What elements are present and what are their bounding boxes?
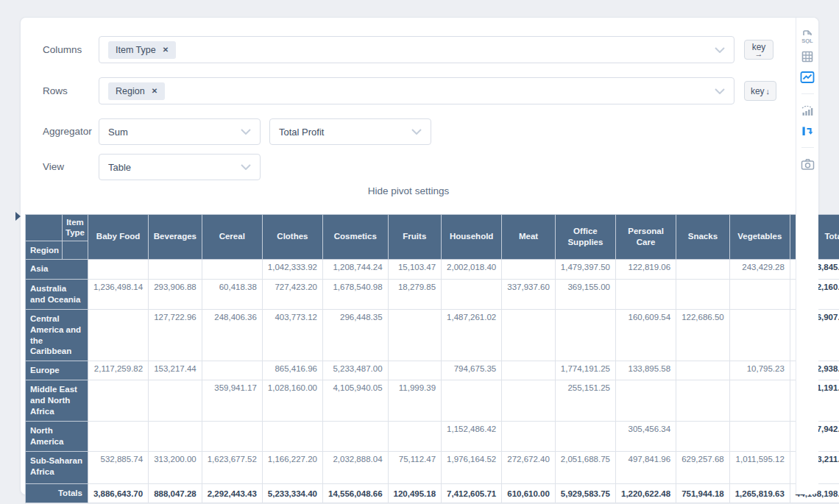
cell-value [202,259,262,279]
cell-value [88,422,148,452]
cell-value: 1,011,595.12 [729,452,790,484]
cell-value: 865,416.96 [262,361,322,380]
cell-value [676,279,730,309]
cell-value: 359,941.17 [202,380,262,422]
column-header: Baby Food [88,215,148,260]
cell-value: 122,819.06 [615,259,676,279]
row-header: Europe [26,361,88,380]
camera-snapshot-icon[interactable] [799,155,816,173]
rows-select[interactable]: Region ✕ [99,77,734,104]
row-order-button[interactable]: key ↓ [744,81,776,101]
row-header: Australia and Oceania [26,279,88,309]
cell-value [502,380,556,422]
cell-value: 1,166,227.20 [262,452,322,484]
cell-value [202,422,262,452]
row-axis-label[interactable]: Region [26,241,63,259]
column-header: Household [442,215,502,260]
remove-tag-icon[interactable]: ✕ [152,88,157,95]
table-row: Asia1,042,333.921,208,744.2415,103.472,0… [26,259,839,279]
cell-value: 1,976,164.52 [442,452,502,484]
chevron-down-icon[interactable] [715,47,725,53]
chevron-down-icon[interactable] [241,164,251,170]
cell-value [149,259,202,279]
cell-value: 727,423.20 [262,279,322,309]
collapse-panel-arrow-icon[interactable] [15,212,21,221]
sidebar-divider [801,147,814,148]
rows-label: Rows [43,85,68,96]
hide-pivot-settings-link[interactable]: Hide pivot settings [21,185,796,196]
cell-value [149,380,202,422]
column-header: Vegetables [729,215,790,260]
cell-value: 629,257.68 [676,452,730,484]
chart-image-icon[interactable] [799,68,816,86]
cell-value [149,422,202,452]
cell-value: 127,722.96 [149,309,202,361]
column-header: Office Supplies [555,215,615,260]
column-total: 7,412,605.71 [442,484,502,503]
pivot-table-icon[interactable] [799,122,816,140]
right-arrow-icon: → [755,51,763,57]
sql-query-icon[interactable]: SQL [799,27,816,45]
column-total: 5,233,334.40 [262,484,322,503]
bar-chart-icon[interactable] [799,102,816,119]
chevron-down-icon[interactable] [715,88,725,94]
column-total: 3,886,643.70 [88,484,148,503]
cell-value [615,279,676,309]
view-label: View [43,161,64,172]
cell-value [502,259,556,279]
row-order-label: key [751,86,765,96]
cell-value [202,361,262,380]
table-row: Central America and the Caribbean127,722… [26,309,839,361]
cell-value: 5,233,487.00 [323,361,389,380]
cell-value: 160,609.54 [615,309,676,361]
table-row: Australia and Oceania1,236,498.14293,906… [26,279,839,309]
cell-value: 15,103.47 [388,259,442,279]
corner-cell [62,241,88,259]
view-value: Table [108,162,131,173]
columns-label: Columns [43,44,82,55]
results-table-icon[interactable] [799,48,816,65]
cell-value: 243,429.28 [729,259,790,279]
cell-value [615,380,676,422]
row-header: Asia [26,259,88,279]
cell-value: 272,672.40 [502,452,556,484]
view-select[interactable]: Table [99,154,261,180]
columns-select[interactable]: Item Type ✕ [99,36,734,63]
aggregator-select[interactable]: Sum [99,118,261,145]
cell-value [442,380,502,422]
totals-row-header: Totals [26,484,88,503]
column-order-button[interactable]: key → [744,40,773,60]
cell-value [502,309,556,361]
cell-value [555,422,615,452]
chevron-down-icon[interactable] [411,129,422,135]
cell-value: 532,885.74 [88,452,148,484]
cell-value: 293,906.88 [149,279,202,309]
cell-value [729,279,790,309]
cell-value: 1,152,486.42 [442,422,502,452]
table-row: Middle East and North Africa359,941.171,… [26,380,839,422]
column-total: 751,944.18 [676,484,730,503]
cell-value [88,380,148,422]
chevron-down-icon[interactable] [241,129,251,135]
column-total: 14,556,048.66 [323,484,389,503]
cell-value: 1,479,397.50 [555,259,615,279]
cell-value [729,422,790,452]
aggregator-value: Sum [108,127,128,138]
cell-value [676,361,730,380]
cell-value [323,422,389,452]
columns-tag: Item Type ✕ [108,41,176,59]
cell-value: 296,448.35 [323,309,389,361]
column-header: Meat [502,215,556,260]
remove-tag-icon[interactable]: ✕ [163,46,169,54]
col-axis-label[interactable]: Item Type [62,215,88,241]
cell-value: 60,418.38 [202,279,262,309]
aggregator-field-select[interactable]: Total Profit [269,118,431,145]
cell-value: 2,051,688.75 [555,452,615,484]
column-total: 1,265,819.63 [729,484,790,503]
cell-value [729,309,790,361]
cell-value: 497,841.96 [615,452,676,484]
cell-value: 1,487,261.02 [442,309,502,361]
row-header: Sub-Saharan Africa [26,452,88,484]
cell-value: 1,042,333.92 [262,259,322,279]
down-arrow-icon: ↓ [766,87,771,96]
